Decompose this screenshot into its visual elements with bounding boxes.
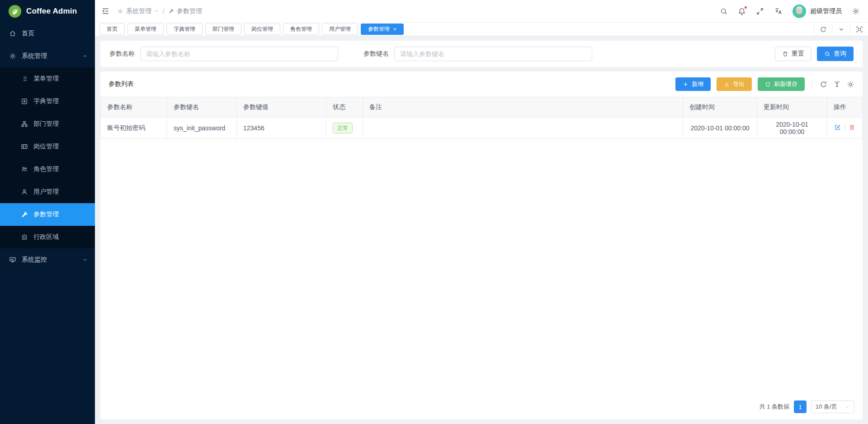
gear-icon (117, 8, 123, 14)
sidebar-item-label: 系统管理 (22, 52, 77, 60)
sidebar-item-home[interactable]: 首页 (0, 22, 95, 45)
refresh-icon (765, 81, 771, 87)
notification-badge (744, 6, 747, 9)
sidebar-item-system-mgmt[interactable]: 系统管理 (0, 45, 95, 67)
add-button[interactable]: 新增 (675, 77, 711, 91)
sidebar-item-label: 行政区域 (33, 233, 59, 241)
app-logo[interactable]: Coffee Admin (0, 0, 95, 22)
wrench-icon (168, 8, 174, 14)
search-icon (824, 51, 830, 57)
gear-icon (9, 52, 16, 60)
search-form-card: 参数名称 参数键名 重置 查询 (100, 41, 863, 67)
settings-gear-icon[interactable] (852, 7, 860, 15)
tab-role-mgmt[interactable]: 角色管理 (283, 24, 319, 35)
tabs-bar: 首页 菜单管理 字典管理 部门管理 岗位管理 角色管理 用户管理 参数管理 × (95, 22, 868, 36)
col-header-param-name: 参数名称 (101, 97, 167, 117)
header-actions: 超级管理员 (720, 5, 860, 18)
sidebar-item-system-monitor[interactable]: 系统监控 (0, 248, 95, 271)
card-title: 参数列表 (108, 80, 134, 88)
tab-label: 参数管理 (368, 25, 390, 33)
search-icon[interactable] (720, 7, 728, 15)
col-header-updated: 更新时间 (757, 97, 827, 117)
page-size-select[interactable]: 10 条/页 (811, 400, 854, 413)
col-header-created: 创建时间 (683, 97, 757, 117)
tab-param-mgmt[interactable]: 参数管理 × (361, 24, 404, 35)
breadcrumb-label: 系统管理 (126, 7, 151, 15)
table-empty-space (100, 139, 863, 395)
chevron-down-icon (82, 257, 88, 262)
close-icon[interactable]: × (393, 27, 396, 32)
sidebar-item-label: 字典管理 (33, 97, 59, 105)
maximize-icon[interactable] (850, 23, 868, 36)
tab-post-mgmt[interactable]: 岗位管理 (244, 24, 280, 35)
refresh-cache-button[interactable]: 刷新缓存 (758, 77, 805, 91)
wrench-icon (21, 211, 28, 218)
page-content: 参数名称 参数键名 重置 查询 (95, 36, 868, 424)
sidebar-item-admin-region[interactable]: 行政区域 (0, 226, 95, 248)
refresh-icon[interactable] (820, 81, 827, 88)
breadcrumb-label: 参数管理 (177, 7, 202, 15)
sidebar-collapse-icon[interactable] (101, 7, 110, 15)
sidebar: Coffee Admin 首页 系统管理 菜单管理 字典管理 (0, 0, 95, 424)
col-header-status: 状态 (326, 97, 363, 117)
chevron-down-icon[interactable] (832, 23, 850, 36)
tab-dict-mgmt[interactable]: 字典管理 (166, 24, 203, 35)
sidebar-item-dept-mgmt[interactable]: 部门管理 (0, 113, 95, 135)
page-button-1[interactable]: 1 (794, 400, 807, 413)
sidebar-item-dict-mgmt[interactable]: 字典管理 (0, 90, 95, 113)
sidebar-item-label: 首页 (22, 29, 88, 38)
tab-home[interactable]: 首页 (99, 24, 125, 35)
sidebar-item-label: 菜单管理 (33, 75, 59, 83)
breadcrumb-item-params[interactable]: 参数管理 (168, 7, 202, 15)
notification-bell-icon[interactable] (738, 7, 746, 15)
translate-icon[interactable] (774, 7, 783, 15)
export-button[interactable]: 导出 (717, 77, 752, 91)
param-name-input[interactable] (140, 47, 338, 61)
user-menu[interactable]: 超级管理员 (793, 5, 842, 18)
sidebar-item-role-mgmt[interactable]: 角色管理 (0, 158, 95, 181)
tab-label: 字典管理 (174, 25, 195, 33)
avatar (793, 5, 806, 18)
sidebar-item-user-mgmt[interactable]: 用户管理 (0, 181, 95, 203)
sidebar-item-label: 部门管理 (33, 120, 59, 128)
param-list-card: 参数列表 新增 导出 (100, 71, 863, 419)
sidebar-item-menu-mgmt[interactable]: 菜单管理 (0, 67, 95, 90)
tab-menu-mgmt[interactable]: 菜单管理 (127, 24, 164, 35)
pagination: 共 1 条数据 1 10 条/页 (100, 395, 863, 419)
sidebar-item-label: 角色管理 (33, 165, 59, 173)
table-row: 账号初始密码 sys_init_password 123456 正常 2020-… (101, 117, 863, 139)
tab-user-mgmt[interactable]: 用户管理 (322, 24, 358, 35)
card-toolbar: 新增 导出 刷新缓存 (675, 77, 854, 91)
edit-icon[interactable] (834, 124, 841, 131)
param-name-field-group: 参数名称 (109, 47, 338, 61)
list-icon (21, 75, 28, 82)
query-button[interactable]: 查询 (817, 47, 854, 61)
row-height-icon[interactable] (833, 81, 841, 88)
breadcrumb-item-system[interactable]: 系统管理 (117, 7, 159, 15)
refresh-icon[interactable] (814, 23, 832, 36)
tab-label: 部门管理 (212, 25, 234, 33)
reset-label: 重置 (792, 50, 804, 58)
table-header-row: 参数名称 参数键名 参数键值 状态 备注 创建时间 更新时间 操作 (101, 97, 863, 117)
query-label: 查询 (834, 50, 846, 58)
leaf-logo-icon (8, 5, 22, 18)
param-key-input[interactable] (394, 47, 592, 61)
sidebar-item-post-mgmt[interactable]: 岗位管理 (0, 135, 95, 158)
cell-status: 正常 (326, 117, 363, 139)
sidebar-item-param-mgmt[interactable]: 参数管理 (0, 203, 95, 226)
page-size-value: 10 条/页 (816, 403, 837, 411)
cell-param-name: 账号初始密码 (101, 117, 167, 139)
username: 超级管理员 (810, 7, 842, 15)
chevron-down-icon (845, 405, 850, 410)
main-area: 系统管理 / 参数管理 (95, 0, 868, 424)
column-settings-gear-icon[interactable] (847, 81, 854, 88)
reset-button[interactable]: 重置 (775, 47, 811, 61)
card-header: 参数列表 新增 导出 (100, 71, 863, 97)
breadcrumb: 系统管理 / 参数管理 (117, 7, 202, 15)
action-divider (844, 124, 845, 130)
delete-icon[interactable] (849, 124, 855, 131)
tabbar-controls (814, 23, 868, 36)
tab-dept-mgmt[interactable]: 部门管理 (205, 24, 241, 35)
sidebar-item-label: 用户管理 (33, 188, 59, 196)
fullscreen-icon[interactable] (756, 7, 764, 15)
